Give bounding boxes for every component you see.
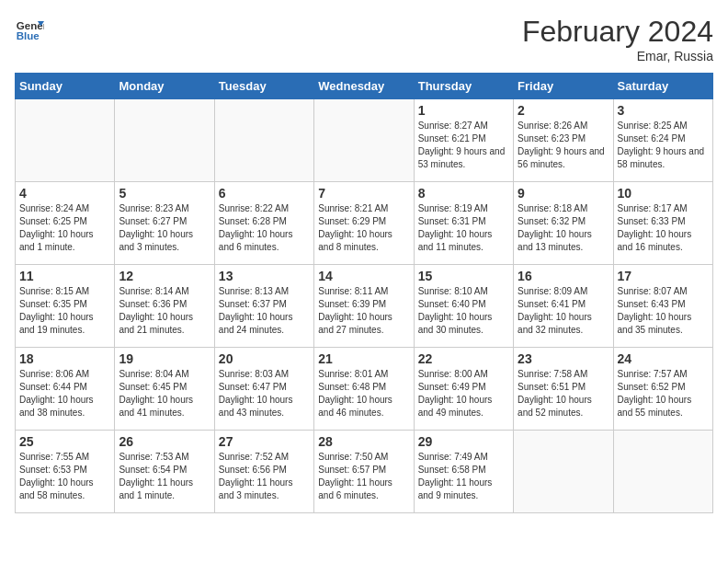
day-number: 14	[318, 269, 409, 283]
day-number: 24	[618, 351, 709, 366]
day-number: 6	[219, 186, 310, 201]
day-info: Sunrise: 8:13 AM Sunset: 6:37 PM Dayligh…	[219, 285, 310, 337]
day-info: Sunrise: 8:17 AM Sunset: 6:33 PM Dayligh…	[618, 202, 709, 254]
logo-icon: General Blue	[15, 15, 44, 44]
day-number: 5	[119, 186, 210, 201]
month-title: February 2024	[522, 15, 713, 49]
day-cell: 21Sunrise: 8:01 AM Sunset: 6:48 PM Dayli…	[314, 348, 414, 431]
day-cell: 16Sunrise: 8:09 AM Sunset: 6:41 PM Dayli…	[514, 265, 613, 348]
day-number: 8	[418, 186, 509, 201]
day-number: 4	[19, 186, 110, 201]
day-info: Sunrise: 8:23 AM Sunset: 6:27 PM Dayligh…	[119, 202, 210, 254]
day-info: Sunrise: 8:07 AM Sunset: 6:43 PM Dayligh…	[618, 285, 709, 337]
day-number: 22	[418, 351, 509, 366]
day-info: Sunrise: 8:27 AM Sunset: 6:21 PM Dayligh…	[418, 120, 509, 171]
logo: General Blue	[15, 15, 44, 44]
week-row-5: 25Sunrise: 7:55 AM Sunset: 6:53 PM Dayli…	[16, 431, 713, 513]
day-info: Sunrise: 8:22 AM Sunset: 6:28 PM Dayligh…	[219, 202, 310, 254]
day-number: 27	[219, 434, 310, 449]
day-info: Sunrise: 7:50 AM Sunset: 6:57 PM Dayligh…	[318, 451, 409, 502]
day-cell: 5Sunrise: 8:23 AM Sunset: 6:27 PM Daylig…	[115, 182, 214, 265]
day-cell: 3Sunrise: 8:25 AM Sunset: 6:24 PM Daylig…	[613, 99, 712, 182]
day-cell: 19Sunrise: 8:04 AM Sunset: 6:45 PM Dayli…	[115, 348, 214, 431]
day-cell: 20Sunrise: 8:03 AM Sunset: 6:47 PM Dayli…	[214, 348, 313, 431]
day-cell: 12Sunrise: 8:14 AM Sunset: 6:36 PM Dayli…	[115, 265, 214, 348]
day-number: 19	[119, 351, 210, 366]
day-number: 2	[518, 103, 609, 118]
day-info: Sunrise: 8:04 AM Sunset: 6:45 PM Dayligh…	[119, 368, 210, 419]
day-info: Sunrise: 8:21 AM Sunset: 6:29 PM Dayligh…	[318, 202, 409, 254]
day-cell: 28Sunrise: 7:50 AM Sunset: 6:57 PM Dayli…	[314, 431, 414, 513]
day-info: Sunrise: 8:03 AM Sunset: 6:47 PM Dayligh…	[219, 368, 310, 419]
day-info: Sunrise: 8:01 AM Sunset: 6:48 PM Dayligh…	[318, 368, 409, 419]
day-info: Sunrise: 8:11 AM Sunset: 6:39 PM Dayligh…	[318, 285, 409, 337]
day-number: 20	[219, 351, 310, 366]
day-cell: 10Sunrise: 8:17 AM Sunset: 6:33 PM Dayli…	[613, 182, 712, 265]
day-info: Sunrise: 8:14 AM Sunset: 6:36 PM Dayligh…	[119, 285, 210, 337]
weekday-header-friday: Friday	[514, 74, 613, 99]
day-cell	[16, 99, 115, 182]
day-cell: 26Sunrise: 7:53 AM Sunset: 6:54 PM Dayli…	[115, 431, 214, 513]
week-row-2: 4Sunrise: 8:24 AM Sunset: 6:25 PM Daylig…	[16, 182, 713, 265]
day-cell	[613, 431, 712, 513]
day-number: 29	[418, 434, 509, 449]
day-cell: 6Sunrise: 8:22 AM Sunset: 6:28 PM Daylig…	[214, 182, 313, 265]
day-number: 16	[518, 269, 609, 283]
day-info: Sunrise: 7:53 AM Sunset: 6:54 PM Dayligh…	[119, 451, 210, 502]
day-number: 28	[318, 434, 409, 449]
day-info: Sunrise: 8:19 AM Sunset: 6:31 PM Dayligh…	[418, 202, 509, 254]
day-number: 9	[518, 186, 609, 201]
day-info: Sunrise: 7:52 AM Sunset: 6:56 PM Dayligh…	[219, 451, 310, 502]
week-row-3: 11Sunrise: 8:15 AM Sunset: 6:35 PM Dayli…	[16, 265, 713, 348]
week-row-4: 18Sunrise: 8:06 AM Sunset: 6:44 PM Dayli…	[16, 348, 713, 431]
day-cell	[514, 431, 613, 513]
title-area: February 2024 Emar, Russia	[522, 15, 713, 63]
day-info: Sunrise: 8:25 AM Sunset: 6:24 PM Dayligh…	[618, 120, 709, 171]
day-info: Sunrise: 7:55 AM Sunset: 6:53 PM Dayligh…	[19, 451, 110, 502]
day-info: Sunrise: 8:00 AM Sunset: 6:49 PM Dayligh…	[418, 368, 509, 419]
calendar-table: SundayMondayTuesdayWednesdayThursdayFrid…	[15, 73, 713, 513]
svg-text:Blue: Blue	[17, 30, 40, 41]
day-cell: 25Sunrise: 7:55 AM Sunset: 6:53 PM Dayli…	[16, 431, 115, 513]
page-header: General Blue February 2024 Emar, Russia	[15, 15, 713, 63]
day-cell: 18Sunrise: 8:06 AM Sunset: 6:44 PM Dayli…	[16, 348, 115, 431]
day-cell: 2Sunrise: 8:26 AM Sunset: 6:23 PM Daylig…	[514, 99, 613, 182]
weekday-header-row: SundayMondayTuesdayWednesdayThursdayFrid…	[16, 74, 713, 99]
day-number: 1	[418, 103, 509, 118]
day-cell: 8Sunrise: 8:19 AM Sunset: 6:31 PM Daylig…	[414, 182, 513, 265]
day-number: 11	[19, 269, 110, 283]
day-cell: 23Sunrise: 7:58 AM Sunset: 6:51 PM Dayli…	[514, 348, 613, 431]
day-info: Sunrise: 8:18 AM Sunset: 6:32 PM Dayligh…	[518, 202, 609, 254]
day-number: 25	[19, 434, 110, 449]
day-number: 12	[119, 269, 210, 283]
day-cell: 13Sunrise: 8:13 AM Sunset: 6:37 PM Dayli…	[214, 265, 313, 348]
day-cell: 4Sunrise: 8:24 AM Sunset: 6:25 PM Daylig…	[16, 182, 115, 265]
weekday-header-sunday: Sunday	[16, 74, 115, 99]
day-info: Sunrise: 8:06 AM Sunset: 6:44 PM Dayligh…	[19, 368, 110, 419]
day-info: Sunrise: 8:10 AM Sunset: 6:40 PM Dayligh…	[418, 285, 509, 337]
weekday-header-tuesday: Tuesday	[214, 74, 313, 99]
week-row-1: 1Sunrise: 8:27 AM Sunset: 6:21 PM Daylig…	[16, 99, 713, 182]
day-cell: 15Sunrise: 8:10 AM Sunset: 6:40 PM Dayli…	[414, 265, 513, 348]
day-number: 7	[318, 186, 409, 201]
day-cell: 7Sunrise: 8:21 AM Sunset: 6:29 PM Daylig…	[314, 182, 414, 265]
day-number: 15	[418, 269, 509, 283]
weekday-header-monday: Monday	[115, 74, 214, 99]
day-cell: 11Sunrise: 8:15 AM Sunset: 6:35 PM Dayli…	[16, 265, 115, 348]
day-number: 23	[518, 351, 609, 366]
day-info: Sunrise: 7:57 AM Sunset: 6:52 PM Dayligh…	[618, 368, 709, 419]
day-cell: 22Sunrise: 8:00 AM Sunset: 6:49 PM Dayli…	[414, 348, 513, 431]
day-number: 13	[219, 269, 310, 283]
day-cell	[314, 99, 414, 182]
day-number: 21	[318, 351, 409, 366]
day-number: 10	[618, 186, 709, 201]
day-cell	[214, 99, 313, 182]
day-info: Sunrise: 8:26 AM Sunset: 6:23 PM Dayligh…	[518, 120, 609, 171]
day-cell: 17Sunrise: 8:07 AM Sunset: 6:43 PM Dayli…	[613, 265, 712, 348]
day-info: Sunrise: 8:15 AM Sunset: 6:35 PM Dayligh…	[19, 285, 110, 337]
day-info: Sunrise: 8:24 AM Sunset: 6:25 PM Dayligh…	[19, 202, 110, 254]
day-cell: 24Sunrise: 7:57 AM Sunset: 6:52 PM Dayli…	[613, 348, 712, 431]
day-number: 26	[119, 434, 210, 449]
day-cell: 27Sunrise: 7:52 AM Sunset: 6:56 PM Dayli…	[214, 431, 313, 513]
day-cell: 9Sunrise: 8:18 AM Sunset: 6:32 PM Daylig…	[514, 182, 613, 265]
